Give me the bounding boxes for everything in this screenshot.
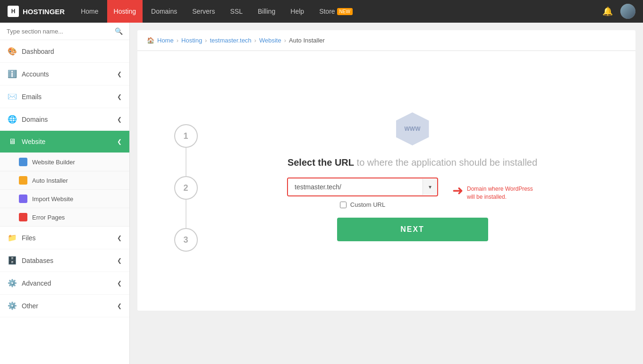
- url-selector-group: testmaster.tech/ ▾ Custom URL: [287, 178, 438, 208]
- databases-arrow: ❮: [117, 257, 122, 264]
- other-icon: ⚙️: [8, 301, 17, 310]
- import-website-icon: [19, 195, 27, 203]
- topnav-right: 🔔: [602, 4, 635, 19]
- emails-arrow: ❮: [117, 93, 122, 100]
- url-select-wrapper[interactable]: testmaster.tech/ ▾: [287, 178, 438, 196]
- breadcrumb-hosting[interactable]: Hosting: [181, 37, 202, 44]
- sidebar-subitem-auto-installer[interactable]: Auto Installer: [0, 171, 129, 190]
- domains-icon: 🌐: [8, 115, 17, 124]
- search-icon: 🔍: [115, 27, 123, 35]
- dashboard-icon: 🎨: [8, 47, 17, 56]
- nav-help[interactable]: Help: [284, 0, 311, 23]
- accounts-icon: ℹ️: [8, 69, 17, 78]
- www-icon: WWW: [394, 110, 431, 148]
- step-line-2: [186, 200, 186, 228]
- sidebar-item-other[interactable]: ⚙️ Other ❮: [0, 295, 129, 317]
- breadcrumb-home[interactable]: Home: [157, 37, 174, 44]
- advanced-arrow: ❮: [117, 280, 122, 287]
- sidebar-subitem-error-pages[interactable]: Error Pages: [0, 208, 129, 227]
- sidebar-item-databases[interactable]: 🗄️ Databases ❮: [0, 249, 129, 272]
- nav-hosting[interactable]: Hosting: [107, 0, 143, 23]
- step-2: 2: [174, 176, 198, 200]
- installer-main: WWW Select the URL to where the applicat…: [226, 110, 599, 241]
- emails-icon: ✉️: [8, 92, 17, 101]
- error-pages-icon: [19, 213, 27, 221]
- breadcrumb-domain[interactable]: testmaster.tech: [210, 37, 251, 44]
- url-select-arrow: ▾: [423, 179, 437, 195]
- red-arrow-icon: ➜: [452, 183, 463, 198]
- store-new-badge: NEW: [337, 8, 353, 15]
- search-input[interactable]: [7, 28, 111, 35]
- www-hex: WWW: [396, 112, 429, 145]
- home-icon: 🏠: [147, 37, 154, 44]
- installer-container: 1 2 3 WWW: [174, 110, 599, 252]
- url-and-arrow: testmaster.tech/ ▾ Custom URL ➜ Dom: [287, 178, 538, 208]
- sidebar-item-dashboard[interactable]: 🎨 Dashboard: [0, 40, 129, 63]
- sidebar-item-domains[interactable]: 🌐 Domains ❮: [0, 108, 129, 131]
- sidebar-item-emails[interactable]: ✉️ Emails ❮: [0, 85, 129, 108]
- logo-icon: H: [8, 6, 19, 17]
- sidebar-search-bar[interactable]: 🔍: [0, 23, 129, 40]
- sidebar-item-advanced[interactable]: ⚙️ Advanced ❮: [0, 272, 129, 295]
- files-icon: 📁: [8, 233, 17, 242]
- breadcrumb: 🏠 Home › Hosting › testmaster.tech › Web…: [137, 30, 635, 51]
- content-card: 1 2 3 WWW: [137, 51, 635, 311]
- annotation-text: Domain where WordPress will be installed…: [467, 185, 538, 201]
- custom-url-row: Custom URL: [340, 201, 385, 208]
- nav-store[interactable]: Store NEW: [313, 0, 359, 23]
- website-submenu: Website Builder Auto Installer Import We…: [0, 153, 129, 227]
- sidebar-item-files[interactable]: 📁 Files ❮: [0, 227, 129, 249]
- step-line-1: [186, 148, 186, 176]
- topnav: H HOSTINGER Home Hosting Domains Servers…: [0, 0, 643, 23]
- steps: 1 2 3: [174, 110, 198, 252]
- sidebar: 🔍 🎨 Dashboard ℹ️ Accounts ❮ ✉️ Emails ❮ …: [0, 23, 130, 364]
- sidebar-subitem-import-website[interactable]: Import Website: [0, 190, 129, 208]
- logo-letter: H: [11, 8, 16, 15]
- notification-icon[interactable]: 🔔: [602, 6, 613, 17]
- layout: 🔍 🎨 Dashboard ℹ️ Accounts ❮ ✉️ Emails ❮ …: [0, 23, 643, 364]
- step-3: 3: [174, 228, 198, 252]
- other-arrow: ❮: [117, 303, 122, 309]
- sidebar-item-website[interactable]: 🖥 Website ❮: [0, 131, 129, 153]
- url-select[interactable]: testmaster.tech/: [288, 178, 423, 195]
- files-arrow: ❮: [117, 235, 122, 241]
- nav-servers[interactable]: Servers: [186, 0, 221, 23]
- main-content: 🏠 Home › Hosting › testmaster.tech › Web…: [130, 23, 643, 364]
- databases-icon: 🗄️: [8, 256, 17, 265]
- nav-domains[interactable]: Domains: [144, 0, 184, 23]
- breadcrumb-website[interactable]: Website: [259, 37, 281, 44]
- nav-billing[interactable]: Billing: [251, 0, 282, 23]
- nav-ssl[interactable]: SSL: [224, 0, 249, 23]
- advanced-icon: ⚙️: [8, 279, 17, 288]
- step-1: 1: [174, 124, 198, 148]
- logo-text: HOSTINGER: [23, 8, 65, 16]
- website-arrow: ❮: [117, 138, 122, 145]
- custom-url-label: Custom URL: [350, 201, 385, 208]
- nav-home[interactable]: Home: [74, 0, 105, 23]
- accounts-arrow: ❮: [117, 71, 122, 77]
- sidebar-item-accounts[interactable]: ℹ️ Accounts ❮: [0, 63, 129, 85]
- sidebar-subitem-website-builder[interactable]: Website Builder: [0, 153, 129, 171]
- auto-installer-icon: [19, 176, 27, 185]
- custom-url-checkbox[interactable]: [340, 202, 347, 208]
- breadcrumb-current: Auto Installer: [289, 37, 325, 44]
- domains-arrow: ❮: [117, 116, 122, 123]
- logo[interactable]: H HOSTINGER: [8, 6, 65, 17]
- website-builder-icon: [19, 158, 27, 166]
- user-avatar[interactable]: [620, 4, 635, 19]
- website-icon: 🖥: [8, 137, 17, 146]
- select-url-title: Select the URL to where the application …: [288, 157, 537, 168]
- arrow-annotation: ➜ Domain where WordPress will be install…: [452, 185, 538, 201]
- next-button[interactable]: NEXT: [337, 218, 488, 241]
